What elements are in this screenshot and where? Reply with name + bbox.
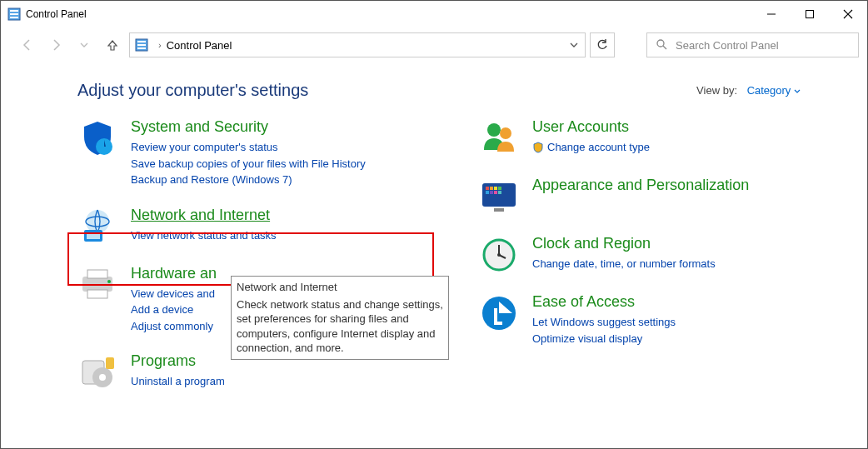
svg-rect-2: [10, 13, 18, 15]
tooltip-body: Check network status and change settings…: [237, 298, 443, 355]
chevron-right-icon: ›: [158, 40, 162, 50]
page-title: Adjust your computer's settings: [77, 81, 696, 100]
refresh-button[interactable]: [590, 32, 615, 57]
task-link[interactable]: Uninstall a program: [131, 373, 449, 390]
svg-point-25: [99, 374, 106, 381]
heading-row: Adjust your computer's settings View by:…: [1, 66, 867, 110]
printer-icon: [77, 265, 117, 305]
svg-rect-30: [486, 187, 489, 190]
category-system-security: System and Security Review your computer…: [77, 118, 449, 188]
ease-of-access-icon: [479, 293, 519, 333]
svg-rect-20: [87, 270, 107, 278]
category-title[interactable]: Appearance and Personalization: [532, 177, 851, 194]
svg-rect-10: [137, 44, 146, 46]
address-bar[interactable]: › Control Panel: [129, 32, 586, 57]
svg-point-12: [657, 40, 664, 47]
category-grid: System and Security Review your computer…: [1, 110, 867, 409]
svg-rect-34: [486, 191, 489, 194]
search-input[interactable]: Search Control Panel: [646, 32, 859, 57]
svg-rect-26: [106, 357, 114, 369]
svg-point-22: [107, 280, 111, 283]
task-link[interactable]: Save backup copies of your files with Fi…: [131, 156, 449, 172]
svg-rect-5: [806, 11, 814, 18]
category-title[interactable]: Ease of Access: [532, 293, 851, 311]
search-icon: [656, 38, 667, 52]
category-network: Network and Internet View network status…: [77, 207, 449, 247]
task-link[interactable]: Optimize visual display: [532, 331, 851, 347]
back-button[interactable]: [16, 33, 39, 57]
category-title[interactable]: Clock and Region: [532, 235, 851, 252]
svg-rect-21: [87, 290, 107, 298]
shield-badge-icon: [532, 142, 544, 153]
category-user-accounts: User Accounts Change account type: [479, 118, 851, 158]
svg-point-42: [497, 253, 501, 257]
svg-point-28: [500, 127, 511, 139]
svg-rect-3: [10, 17, 18, 18]
svg-rect-19: [82, 277, 112, 292]
view-by: View by: Category: [696, 84, 801, 97]
tooltip-title: Network and Internet: [237, 280, 443, 295]
category-title[interactable]: System and Security: [131, 118, 449, 136]
minimize-button[interactable]: [752, 1, 791, 27]
view-by-dropdown[interactable]: Category: [747, 84, 801, 97]
svg-point-15: [86, 210, 109, 233]
clock-icon: [479, 235, 519, 275]
svg-rect-9: [137, 41, 146, 42]
view-by-label: View by:: [696, 84, 737, 97]
users-icon: [479, 118, 519, 158]
task-link[interactable]: Change account type: [532, 139, 851, 156]
programs-icon: [77, 352, 117, 392]
svg-rect-38: [494, 208, 504, 212]
task-link[interactable]: Let Windows suggest settings: [532, 314, 851, 331]
category-ease-access: Ease of Access Let Windows suggest setti…: [479, 293, 851, 347]
svg-point-27: [487, 123, 501, 137]
category-title[interactable]: Network and Internet: [131, 207, 449, 224]
forward-button[interactable]: [44, 33, 67, 57]
control-panel-icon: [7, 7, 21, 21]
recent-dropdown[interactable]: [72, 33, 96, 57]
svg-rect-11: [137, 47, 146, 49]
task-link[interactable]: Backup and Restore (Windows 7): [131, 172, 449, 188]
tooltip: Network and Internet Check network statu…: [231, 276, 449, 360]
task-link[interactable]: Review your computer's status: [131, 139, 449, 156]
titlebar: Control Panel: [1, 1, 867, 27]
svg-line-13: [663, 46, 666, 49]
svg-rect-35: [490, 191, 493, 194]
task-link[interactable]: Change date, time, or number formats: [532, 256, 851, 272]
svg-rect-31: [490, 187, 493, 190]
svg-rect-36: [494, 191, 497, 194]
control-panel-icon: [135, 38, 148, 52]
svg-rect-32: [494, 187, 497, 190]
category-title[interactable]: User Accounts: [532, 118, 851, 136]
svg-rect-33: [498, 187, 501, 190]
window-buttons: [752, 1, 867, 27]
search-placeholder: Search Control Panel: [676, 39, 779, 52]
close-button[interactable]: [829, 1, 867, 27]
window-title: Control Panel: [26, 8, 752, 20]
breadcrumb-segment[interactable]: Control Panel: [167, 39, 232, 52]
task-link[interactable]: View network status and tasks: [131, 227, 449, 244]
toolbar: › Control Panel Search Control Panel: [1, 27, 867, 66]
monitor-colors-icon: [479, 177, 519, 217]
category-clock: Clock and Region Change date, time, or n…: [479, 235, 851, 275]
maximize-button[interactable]: [791, 1, 829, 27]
up-button[interactable]: [101, 33, 124, 57]
address-dropdown[interactable]: [563, 39, 585, 52]
svg-rect-37: [498, 191, 501, 194]
svg-rect-18: [87, 232, 100, 239]
shield-icon: [77, 118, 117, 158]
network-icon: [77, 207, 117, 247]
svg-rect-1: [10, 10, 18, 12]
category-appearance: Appearance and Personalization: [479, 177, 851, 217]
